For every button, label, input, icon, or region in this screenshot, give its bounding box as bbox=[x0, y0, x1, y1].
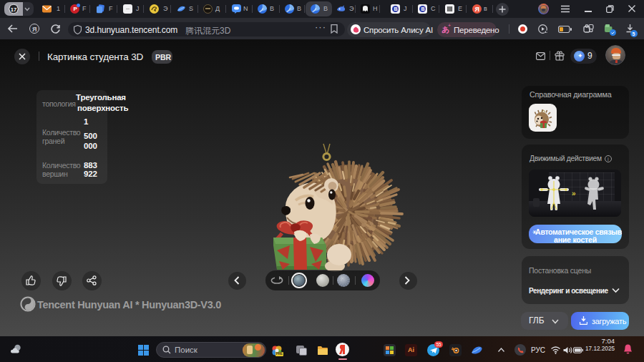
svg-text:»: » bbox=[572, 190, 576, 197]
svg-text:17: 17 bbox=[11, 6, 16, 13]
